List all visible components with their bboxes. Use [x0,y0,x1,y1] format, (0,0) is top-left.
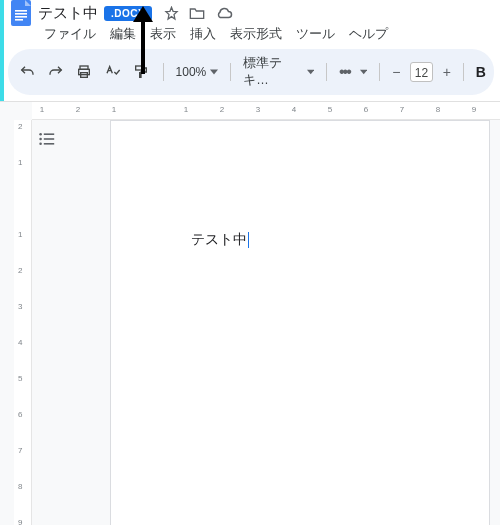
toolbar-separator [463,63,464,81]
menu-bar: ファイル 編集 表示 挿入 表示形式 ツール ヘルプ [10,24,492,47]
svg-rect-8 [136,66,144,70]
body-text: テスト中 [191,231,247,247]
ruler-tick: 8 [18,482,22,491]
cloud-saved-icon[interactable] [215,6,233,20]
toolbar-separator [326,63,327,81]
bold-button[interactable]: B [476,64,486,80]
ruler-tick: 1 [112,105,116,114]
svg-rect-2 [15,13,27,15]
menu-edit[interactable]: 編集 [110,26,136,43]
toolbar-separator [230,63,231,81]
chevron-down-icon [210,69,218,75]
docx-badge[interactable]: .DOCX [104,6,152,21]
svg-rect-12 [44,138,54,140]
document-outline-button[interactable] [36,128,58,150]
ruler-tick: 9 [18,518,22,526]
undo-button[interactable] [18,62,37,82]
print-button[interactable] [75,62,94,82]
document-body[interactable]: テスト中 [191,231,249,249]
ruler-tick: 6 [18,410,22,419]
ruler-tick: 2 [18,266,22,275]
chevron-down-icon [360,69,367,75]
horizontal-ruler[interactable]: 12112345678910 [32,102,500,120]
menu-view[interactable]: 表示 [150,26,176,43]
ruler-tick: 3 [18,302,22,311]
svg-rect-10 [44,133,54,135]
toolbar-separator [163,63,164,81]
menu-insert[interactable]: 挿入 [190,26,216,43]
ruler-tick: 2 [220,105,224,114]
svg-rect-14 [44,143,54,145]
menu-tools[interactable]: ツール [296,26,335,43]
redo-button[interactable] [47,62,66,82]
chevron-down-icon [307,69,314,75]
ruler-tick: 8 [436,105,440,114]
app-header: テスト中 .DOCX ファイル 編集 表示 挿入 表示形式 ツール ヘルプ [0,0,500,47]
editor-workspace: 12112345678910 21123456789 テスト中 [0,101,500,525]
svg-rect-1 [15,10,27,12]
ruler-tick: 2 [18,122,22,131]
toolbar: 100% 標準テキ… ••• − 12 + B [8,49,494,95]
svg-point-13 [39,143,42,146]
title-row: テスト中 .DOCX [10,2,492,24]
font-size-decrease-button[interactable]: − [392,64,400,80]
paint-format-button[interactable] [132,62,151,82]
ruler-tick: 1 [18,158,22,167]
title-icon-group [164,6,233,21]
google-docs-logo-icon[interactable] [10,0,32,27]
ruler-tick: 7 [18,446,22,455]
ruler-tick: 3 [256,105,260,114]
menu-format[interactable]: 表示形式 [230,26,282,43]
toolbar-separator [379,63,380,81]
paragraph-style-label: 標準テキ… [243,55,303,89]
menu-help[interactable]: ヘルプ [349,26,388,43]
svg-rect-4 [15,19,23,21]
ruler-tick: 5 [18,374,22,383]
menu-file[interactable]: ファイル [44,26,96,43]
vertical-ruler[interactable]: 21123456789 [14,120,32,525]
font-family-dropdown[interactable]: ••• [339,63,350,81]
ruler-tick: 1 [18,230,22,239]
spellcheck-button[interactable] [104,62,123,82]
font-size-increase-button[interactable]: + [443,64,451,80]
paragraph-style-dropdown[interactable]: 標準テキ… [243,55,314,89]
svg-point-11 [39,138,42,141]
zoom-dropdown[interactable]: 100% [176,65,219,79]
font-size-input[interactable]: 12 [410,62,432,82]
text-cursor [248,232,249,248]
ruler-tick: 2 [76,105,80,114]
ruler-tick: 4 [18,338,22,347]
ruler-tick: 6 [364,105,368,114]
star-icon[interactable] [164,6,179,21]
ruler-tick: 1 [184,105,188,114]
ruler-tick: 4 [292,105,296,114]
ruler-tick: 7 [400,105,404,114]
zoom-value: 100% [176,65,207,79]
document-title[interactable]: テスト中 [38,4,98,23]
svg-rect-3 [15,16,27,18]
ruler-tick: 1 [40,105,44,114]
move-folder-icon[interactable] [189,6,205,20]
document-page[interactable]: テスト中 [110,120,490,525]
svg-point-9 [39,133,42,136]
ruler-tick: 9 [472,105,476,114]
ruler-tick: 5 [328,105,332,114]
